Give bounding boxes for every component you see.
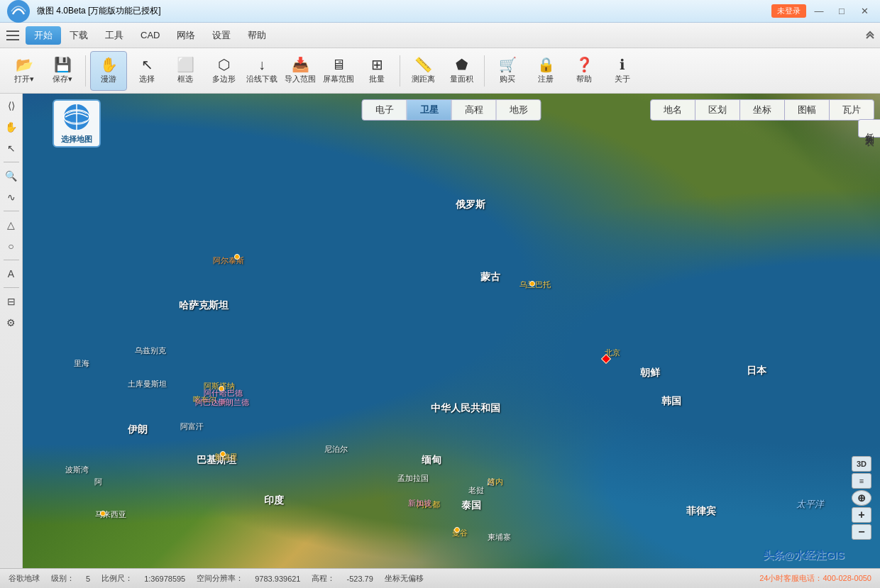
roam-label: 漫游: [101, 74, 116, 84]
close-button[interactable]: ✕: [854, 4, 874, 19]
polygon-button[interactable]: ⬡ 多边形: [205, 51, 242, 91]
sidebar-measure[interactable]: ∿: [2, 188, 21, 206]
sidebar-arrow[interactable]: ↖: [2, 139, 21, 157]
main-area: ⟨⟩ ✋ ↖ 🔍 ∿ △ ○ A ⊟ ⚙ 选择地图: [0, 94, 880, 568]
tab-terrain[interactable]: 地形: [497, 100, 541, 120]
task-list-button[interactable]: 任务列表: [858, 119, 880, 138]
menu-item-help[interactable]: 帮助: [239, 26, 275, 45]
map-select-card[interactable]: 选择地图: [53, 99, 101, 148]
sidebar-layers[interactable]: ⊟: [2, 292, 21, 311]
linedown-button[interactable]: ↓ 沿线下载: [243, 51, 280, 91]
status-elevation: -523.79: [346, 575, 373, 583]
btn-3d[interactable]: 3D: [852, 456, 871, 472]
status-resolution: 9783.939621: [255, 575, 300, 583]
tab-mapframe[interactable]: 图幅: [785, 100, 830, 120]
sidebar-zoom[interactable]: 🔍: [2, 167, 21, 185]
buy-button[interactable]: 🛒 购买: [489, 51, 526, 91]
save-icon: 💾: [54, 57, 72, 72]
map-select-label: 选择地图: [61, 134, 92, 145]
btn-zoom-in[interactable]: +: [852, 507, 871, 523]
menu-item-network[interactable]: 网络: [168, 26, 204, 45]
app-title: 微图 4.0Beta [万能版功能已授权]: [37, 5, 161, 17]
minimize-button[interactable]: —: [809, 4, 829, 19]
watermark: 头条@水经注GIS: [763, 549, 845, 562]
titlebar-controls: 未登录 — □ ✕: [771, 4, 874, 19]
buy-label: 购买: [500, 74, 515, 84]
toolbar-sep-1: [85, 55, 86, 87]
batch-button[interactable]: ⊞ 批量: [358, 51, 395, 91]
hamburger-menu[interactable]: [3, 26, 23, 45]
roam-button[interactable]: ✋ 漫游: [90, 51, 127, 91]
status-scale: 1:36978595: [144, 575, 185, 583]
toolbar-sep-3: [484, 55, 485, 87]
menubar: 开始 下载 工具 CAD 网络 设置 帮助: [0, 23, 880, 48]
sidebar-circle[interactable]: ○: [2, 237, 21, 255]
frame-button[interactable]: ⬜ 框选: [167, 51, 204, 91]
sidebar-sep-2: [4, 211, 19, 211]
roam-icon: ✋: [100, 57, 118, 72]
save-button[interactable]: 💾 保存▾: [44, 51, 81, 91]
buy-icon: 🛒: [499, 57, 517, 72]
measure-icon: 📏: [414, 57, 432, 72]
area-button[interactable]: ⬟ 量面积: [443, 51, 480, 91]
map-right-tabs: 地名 区划 坐标 图幅 瓦片: [650, 99, 874, 121]
menu-item-settings[interactable]: 设置: [204, 26, 239, 45]
measure-button[interactable]: 📏 测距离: [405, 51, 441, 91]
collapse-icon[interactable]: [863, 27, 877, 41]
about-button[interactable]: ℹ 关于: [604, 51, 641, 91]
area-label: 量面积: [450, 74, 473, 84]
menu-item-cad[interactable]: CAD: [132, 27, 168, 43]
tab-coord[interactable]: 坐标: [740, 100, 785, 120]
toolbar: 📂 打开▾ 💾 保存▾ ✋ 漫游 ↖ 选择 ⬜ 框选 ⬡ 多边形 ↓ 沿线下载 …: [0, 48, 880, 94]
sidebar-pan[interactable]: ✋: [2, 118, 21, 136]
map-tabs: 电子 卫星 高程 地形: [362, 99, 541, 121]
tab-tile[interactable]: 瓦片: [830, 100, 874, 120]
status-coord: 坐标无偏移: [385, 573, 424, 584]
screen-button[interactable]: 🖥 屏幕范围: [320, 51, 357, 91]
toolbar-sep-2: [400, 55, 400, 87]
select-label: 选择: [139, 74, 155, 84]
tab-electronic[interactable]: 电子: [363, 100, 407, 120]
tab-satellite[interactable]: 卫星: [407, 100, 452, 120]
register-icon: 🔒: [537, 57, 555, 72]
map-area[interactable]: 选择地图 电子 卫星 高程 地形 地名 区划 坐标 图幅 瓦片 任务列表 俄罗斯…: [23, 94, 880, 568]
status-level-label: 级别：: [51, 573, 75, 584]
app-logo: [6, 0, 31, 24]
dot-newdelhi: [220, 451, 226, 457]
btn-compass[interactable]: ⊕: [852, 490, 871, 506]
sidebar-btn-1[interactable]: ⟨⟩: [2, 96, 21, 115]
btn-zoom-out[interactable]: −: [852, 524, 871, 540]
help-icon: ❓: [576, 57, 593, 72]
screen-label: 屏幕范围: [323, 74, 354, 84]
dot-malaysia: [100, 511, 106, 516]
status-source: 谷歌地球: [9, 573, 40, 584]
login-button[interactable]: 未登录: [771, 4, 806, 18]
sidebar-settings[interactable]: ⚙: [2, 314, 21, 332]
btn-tilt[interactable]: ≡: [852, 473, 871, 489]
menu-item-tools[interactable]: 工具: [97, 26, 132, 45]
sidebar-text[interactable]: A: [2, 265, 21, 283]
satellite-map: [23, 94, 880, 568]
titlebar-left: 微图 4.0Beta [万能版功能已授权]: [6, 0, 161, 24]
polygon-label: 多边形: [212, 74, 236, 84]
select-button[interactable]: ↖ 选择: [128, 51, 165, 91]
dot-ulaanbaatar: [529, 281, 535, 287]
map-logo: [62, 103, 91, 131]
import-button[interactable]: 📥 导入范围: [282, 51, 319, 91]
sidebar-triangle[interactable]: △: [2, 216, 21, 234]
tab-placename[interactable]: 地名: [651, 100, 695, 120]
open-button[interactable]: 📂 打开▾: [6, 51, 43, 91]
save-label: 保存▾: [53, 74, 72, 84]
batch-label: 批量: [369, 74, 385, 84]
register-button[interactable]: 🔒 注册: [527, 51, 564, 91]
titlebar: 微图 4.0Beta [万能版功能已授权] 未登录 — □ ✕: [0, 0, 880, 23]
menu-item-download[interactable]: 下载: [61, 26, 97, 45]
tab-district[interactable]: 区划: [695, 100, 740, 120]
batch-icon: ⊞: [371, 57, 383, 72]
restore-button[interactable]: □: [832, 4, 852, 19]
screen-icon: 🖥: [331, 57, 346, 72]
polygon-icon: ⬡: [218, 57, 230, 72]
menu-item-start[interactable]: 开始: [26, 26, 61, 45]
tab-elevation[interactable]: 高程: [452, 100, 497, 120]
help-button[interactable]: ❓ 帮助: [566, 51, 603, 91]
